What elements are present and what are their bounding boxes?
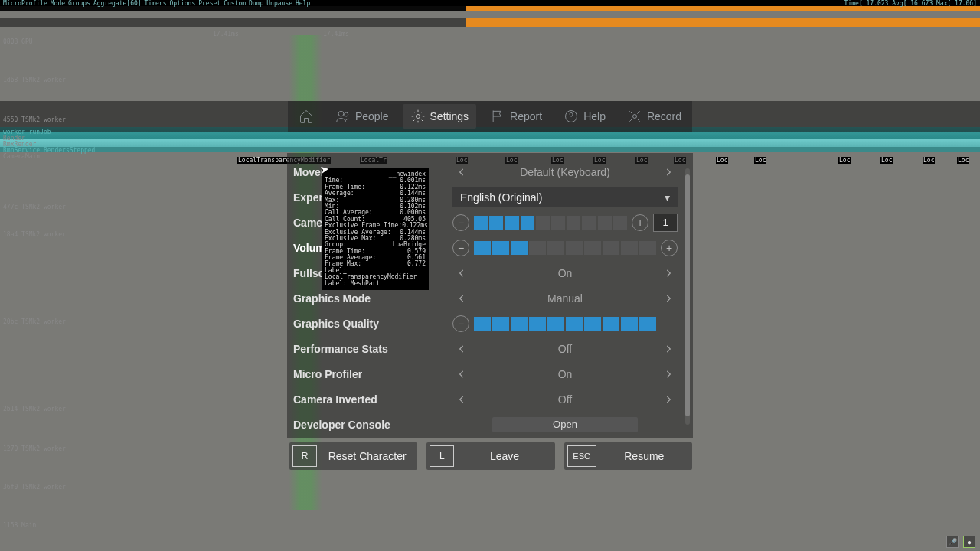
- resume-button[interactable]: ESC Resume: [564, 442, 692, 470]
- camera-sensitivity-slider[interactable]: [474, 216, 627, 230]
- open-dev-console-button[interactable]: Open: [492, 417, 638, 432]
- setting-value: Off: [558, 343, 572, 355]
- svg-point-0: [338, 111, 344, 116]
- slider-segment[interactable]: [566, 241, 583, 255]
- slider-segment[interactable]: [492, 241, 509, 255]
- slider-segment[interactable]: [598, 216, 612, 230]
- slider-segment[interactable]: [474, 317, 491, 331]
- slider-segment[interactable]: [489, 216, 503, 230]
- slider-segment[interactable]: [505, 216, 518, 230]
- slider-segment[interactable]: [547, 317, 564, 331]
- volume-slider[interactable]: [474, 241, 656, 255]
- mp-item[interactable]: Groups: [68, 0, 90, 7]
- slider-segment[interactable]: [529, 317, 546, 331]
- slider-segment[interactable]: [511, 317, 528, 331]
- decrement-button[interactable]: −: [452, 240, 469, 256]
- tab-home[interactable]: [291, 104, 322, 129]
- mp-item[interactable]: Mode: [51, 0, 65, 7]
- mp-item[interactable]: Aggregate[60]: [93, 0, 142, 7]
- profiler-event: Loc: [880, 157, 893, 164]
- tab-settings[interactable]: Settings: [403, 104, 477, 129]
- slider-segment[interactable]: [567, 216, 580, 230]
- slider-segment[interactable]: [547, 241, 564, 255]
- thread-label: 477c TSMk2 worker: [3, 204, 66, 210]
- slider-segment[interactable]: [511, 241, 528, 255]
- chevron-right-icon[interactable]: [659, 264, 678, 282]
- bottom-buttons: R Reset Character L Leave ESC Resume: [289, 442, 692, 470]
- slider-segment[interactable]: [582, 216, 596, 230]
- reset-character-button[interactable]: R Reset Character: [289, 442, 417, 470]
- tab-help[interactable]: Help: [556, 104, 613, 129]
- chevron-right-icon[interactable]: [659, 340, 678, 358]
- tab-record[interactable]: Record: [619, 104, 689, 129]
- slider-segment[interactable]: [474, 216, 488, 230]
- graphics-quality-slider[interactable]: [474, 317, 656, 331]
- scrollbar[interactable]: [685, 168, 690, 425]
- sensitivity-value[interactable]: 1: [653, 214, 678, 232]
- mp-item[interactable]: Options: [170, 0, 196, 7]
- slider-segment[interactable]: [566, 317, 583, 331]
- home-icon: [299, 109, 314, 124]
- increment-button[interactable]: +: [661, 240, 678, 256]
- profiler-event: Loc: [716, 157, 728, 164]
- bottom-right-tray: 🎤 ●: [946, 536, 975, 548]
- chevron-right-icon[interactable]: [659, 390, 678, 409]
- caret-down-icon: ▾: [665, 191, 670, 204]
- decrement-button[interactable]: −: [452, 315, 469, 332]
- language-dropdown[interactable]: English (Original) ▾: [452, 187, 678, 207]
- setting-label: Graphics Mode: [293, 292, 446, 305]
- slider-segment[interactable]: [521, 216, 534, 230]
- profiler-event: Loc: [923, 157, 935, 164]
- slider-segment[interactable]: [613, 216, 627, 230]
- setting-value: On: [558, 368, 573, 380]
- slider-segment[interactable]: [529, 241, 546, 255]
- chevron-left-icon[interactable]: [452, 340, 471, 358]
- decrement-button[interactable]: −: [452, 214, 469, 231]
- slider-segment[interactable]: [474, 241, 491, 255]
- microprofile-menubar[interactable]: MicroProfile Mode Groups Aggregate[60] T…: [0, 0, 980, 6]
- setting-label: Camera Inverted: [293, 393, 446, 406]
- scrollbar-thumb[interactable]: [685, 174, 690, 416]
- mp-item[interactable]: Custom: [224, 0, 246, 7]
- mp-item[interactable]: MicroProfile: [3, 0, 47, 7]
- slider-segment[interactable]: [621, 241, 638, 255]
- increment-button[interactable]: +: [632, 214, 648, 231]
- tab-report[interactable]: Report: [482, 104, 550, 129]
- chevron-right-icon[interactable]: [659, 163, 678, 181]
- slider-segment[interactable]: [584, 317, 601, 331]
- key-hint: L: [430, 445, 454, 467]
- mp-item[interactable]: Help: [296, 0, 310, 7]
- slider-segment[interactable]: [584, 241, 601, 255]
- chevron-left-icon[interactable]: [452, 289, 471, 308]
- svg-point-1: [345, 112, 348, 116]
- mp-item[interactable]: Timers: [145, 0, 167, 7]
- slider-segment[interactable]: [492, 317, 509, 331]
- slider-segment[interactable]: [536, 216, 550, 230]
- tab-label: Record: [647, 110, 681, 122]
- slider-segment[interactable]: [621, 317, 638, 331]
- slider-segment[interactable]: [603, 241, 619, 255]
- mp-timing-readout: Time[ 17.023 Avg[ 16.673 Max[ 17.06]: [844, 0, 977, 7]
- leave-button[interactable]: L Leave: [426, 442, 554, 470]
- button-label: Reset Character: [317, 450, 417, 462]
- mp-item[interactable]: Dump: [249, 0, 263, 7]
- tab-people[interactable]: People: [328, 104, 397, 129]
- chevron-left-icon[interactable]: [452, 264, 471, 282]
- chevron-left-icon[interactable]: [452, 163, 471, 181]
- profiler-track: [0, 139, 980, 147]
- chevron-left-icon[interactable]: [452, 365, 471, 383]
- slider-segment[interactable]: [603, 317, 619, 331]
- slider-segment[interactable]: [639, 241, 656, 255]
- status-dot-icon[interactable]: ●: [963, 536, 975, 548]
- people-icon: [335, 109, 351, 124]
- mp-item[interactable]: Unpause: [266, 0, 292, 7]
- thread-label: 1270 TSMk2 worker: [3, 445, 66, 452]
- profiler-event: Loc: [754, 157, 766, 164]
- mic-icon[interactable]: 🎤: [946, 536, 959, 548]
- slider-segment[interactable]: [551, 216, 565, 230]
- mp-item[interactable]: Preset: [198, 0, 220, 7]
- chevron-right-icon[interactable]: [659, 365, 678, 383]
- chevron-right-icon[interactable]: [659, 289, 678, 308]
- slider-segment[interactable]: [639, 317, 656, 331]
- chevron-left-icon[interactable]: [452, 390, 471, 409]
